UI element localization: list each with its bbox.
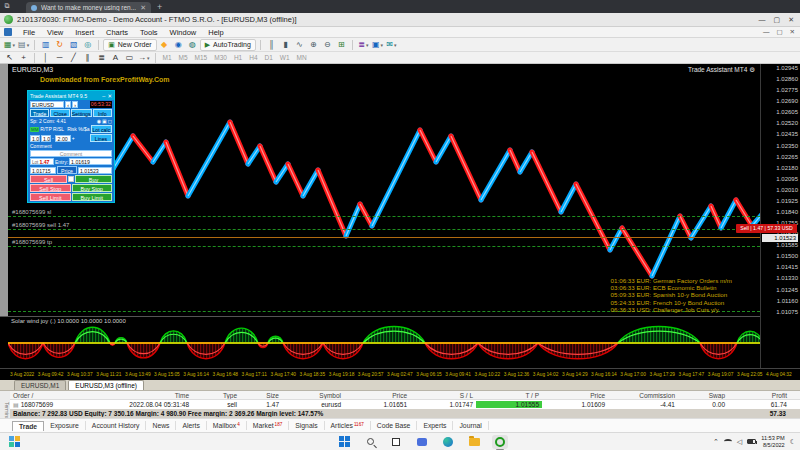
terminal-tab-signals[interactable]: Signals bbox=[289, 421, 324, 430]
rsl-input[interactable]: 1.0 bbox=[41, 135, 51, 142]
fibonacci-icon[interactable]: ≣ bbox=[95, 52, 108, 64]
buy-button[interactable]: Buy bbox=[75, 175, 112, 183]
cursor-icon[interactable]: ↖ bbox=[3, 52, 16, 64]
profiles-icon[interactable]: ▤▾ bbox=[17, 39, 30, 51]
battery-icon[interactable] bbox=[747, 439, 756, 444]
periods-icon[interactable]: ▣▾ bbox=[371, 39, 384, 51]
timeframe-d1[interactable]: D1 bbox=[262, 53, 276, 63]
entry-input[interactable]: 1.01619 bbox=[69, 158, 112, 165]
strategy-tester-icon[interactable]: ◎ bbox=[81, 39, 94, 51]
timeframe-h1[interactable]: H1 bbox=[231, 53, 245, 63]
zoom-out-icon[interactable]: ⊖ bbox=[321, 39, 334, 51]
mdi-restore-icon[interactable]: ▢ bbox=[776, 28, 782, 36]
symbol-prev-button[interactable]: ‹ bbox=[65, 101, 71, 108]
timeframe-w1[interactable]: W1 bbox=[277, 53, 293, 63]
window-icon[interactable]: ▣ bbox=[102, 118, 107, 124]
sell-button[interactable]: Sell bbox=[30, 175, 67, 183]
chart-system-icon[interactable] bbox=[4, 28, 12, 36]
entry-line[interactable] bbox=[8, 229, 760, 230]
arrows-icon[interactable]: →▾ bbox=[137, 52, 151, 64]
timeframe-h4[interactable]: H4 bbox=[246, 53, 260, 63]
start-button[interactable] bbox=[336, 435, 352, 449]
minimize-button[interactable]: — bbox=[759, 16, 766, 24]
menu-charts[interactable]: Charts bbox=[100, 28, 134, 37]
focus-assist-icon[interactable]: ☾ bbox=[790, 438, 796, 446]
panel-close-icon[interactable]: ✕ bbox=[107, 93, 112, 99]
channel-icon[interactable]: ∥ bbox=[81, 52, 94, 64]
experts-icon[interactable]: ◉ bbox=[172, 39, 185, 51]
sl-price-input[interactable]: 1.01715 bbox=[30, 167, 56, 174]
menu-tools[interactable]: Tools bbox=[134, 28, 164, 37]
file-explorer-icon[interactable] bbox=[466, 435, 482, 449]
terminal-tab-experts[interactable]: Experts bbox=[417, 421, 453, 430]
navigator-icon[interactable]: ▧ bbox=[67, 39, 80, 51]
terminal-tab-account-history[interactable]: Account History bbox=[86, 421, 147, 430]
templates-icon[interactable]: ✉▾ bbox=[385, 39, 398, 51]
horizontal-line-icon[interactable]: ─ bbox=[53, 52, 66, 64]
crosshair-icon[interactable]: + bbox=[17, 52, 30, 64]
new-order-button[interactable]: ▣New Order bbox=[103, 39, 156, 51]
widgets-icon[interactable] bbox=[6, 435, 22, 449]
timeframe-mn[interactable]: MN bbox=[294, 53, 310, 63]
window-restore-icon[interactable]: ⧉ bbox=[0, 2, 14, 13]
comment-input[interactable]: Comment bbox=[30, 150, 112, 157]
menu-insert[interactable]: Insert bbox=[69, 28, 100, 37]
indicators-icon-dropdown[interactable]: ▾ bbox=[366, 42, 369, 48]
periods-icon-dropdown[interactable]: ▾ bbox=[380, 42, 383, 48]
timeframe-m1[interactable]: M1 bbox=[160, 53, 175, 63]
task-view-icon[interactable] bbox=[388, 435, 404, 449]
symbol-select[interactable]: EURUSD bbox=[30, 101, 64, 108]
bars-chart-icon[interactable]: ║ bbox=[265, 39, 278, 51]
trade-assistant-corner-label[interactable]: Trade Assistant MT4 ⚙ bbox=[688, 66, 755, 74]
timeframe-m30[interactable]: M30 bbox=[211, 53, 230, 63]
terminal-tab-articles[interactable]: Articles1167 bbox=[325, 421, 371, 430]
text-icon[interactable]: A bbox=[109, 52, 122, 64]
eye-icon[interactable]: ◉ bbox=[97, 118, 101, 124]
metaeditor-icon[interactable]: ◆ bbox=[158, 39, 171, 51]
terminal-tab-mailbox[interactable]: Mailbox4 bbox=[207, 421, 247, 430]
panel-tab-close[interactable]: Close bbox=[50, 109, 69, 117]
price-button[interactable]: Price bbox=[57, 166, 77, 174]
line-chart-icon[interactable]: ∿ bbox=[293, 39, 306, 51]
rtp-input[interactable]: 1.0 bbox=[30, 135, 40, 142]
sell-limit-button[interactable]: Sell Limit bbox=[30, 193, 71, 201]
lock-icon[interactable]: ◻ bbox=[108, 118, 112, 124]
take-profit-line[interactable] bbox=[8, 246, 760, 247]
menu-help[interactable]: Help bbox=[202, 28, 229, 37]
tab-close-icon[interactable]: ✕ bbox=[140, 4, 146, 12]
terminal-tab-journal[interactable]: Journal bbox=[453, 421, 488, 430]
stop-loss-line[interactable] bbox=[8, 216, 760, 217]
terminal-tab-exposure[interactable]: Exposure bbox=[44, 421, 86, 430]
new-chart-icon[interactable]: ▦▾ bbox=[3, 39, 16, 51]
candles-chart-icon[interactable]: ▮ bbox=[279, 39, 292, 51]
terminal-tab-code-base[interactable]: Code Base bbox=[371, 421, 418, 430]
new-chart-icon-dropdown[interactable]: ▾ bbox=[13, 42, 16, 48]
swap-checkbox[interactable] bbox=[68, 176, 74, 182]
sell-stop-button[interactable]: Sell Stop bbox=[30, 184, 71, 192]
indicators-icon[interactable]: ≣▾ bbox=[357, 39, 370, 51]
mdi-close-icon[interactable]: ✕ bbox=[790, 28, 795, 36]
terminal-tab-trade[interactable]: Trade bbox=[12, 421, 44, 431]
panel-tab-info[interactable]: Info bbox=[93, 109, 112, 117]
label-icon[interactable]: ▭ bbox=[123, 52, 136, 64]
volume-icon[interactable]: ◁ bbox=[737, 438, 742, 446]
refresh-icon[interactable]: ↻ bbox=[53, 39, 66, 51]
menu-file[interactable]: File bbox=[17, 28, 41, 37]
mm-toggle[interactable]: MM bbox=[30, 127, 39, 132]
buy-limit-button[interactable]: Buy Limit bbox=[72, 193, 113, 201]
risk-minus-button[interactable]: - bbox=[52, 135, 54, 141]
lot-field[interactable]: Lot1.47 bbox=[30, 158, 54, 165]
search-icon[interactable] bbox=[362, 435, 378, 449]
open-position-row[interactable]: ▤1680756992022.08.04 05:31:48sell1.47eur… bbox=[10, 400, 800, 409]
new-tab-button[interactable]: + bbox=[157, 2, 162, 13]
chart-tab[interactable]: EURUSD,M1 bbox=[14, 380, 66, 390]
market-watch-icon[interactable]: ▥ bbox=[39, 39, 52, 51]
tray-chevron-icon[interactable]: ⌃ bbox=[713, 438, 719, 446]
autotrading-button[interactable]: ▶AutoTrading bbox=[200, 39, 256, 51]
arrows-icon-dropdown[interactable]: ▾ bbox=[147, 55, 150, 61]
browser-tab[interactable]: Want to make money using ren... ✕ bbox=[26, 2, 151, 13]
vertical-line-icon[interactable]: │ bbox=[39, 52, 52, 64]
risk-plus-button[interactable]: + bbox=[72, 135, 75, 141]
terminal-tab-alerts[interactable]: Alerts bbox=[176, 421, 206, 430]
lot-calc-button[interactable]: Lot calc bbox=[91, 125, 112, 133]
